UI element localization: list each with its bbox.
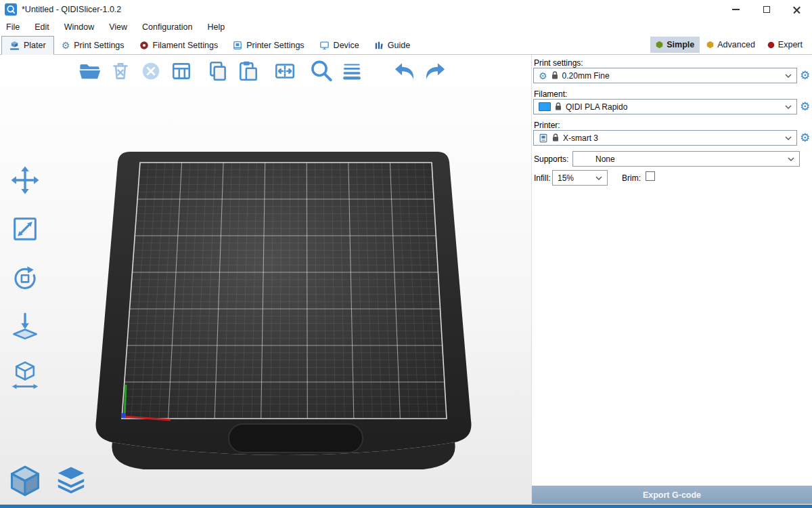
paste-button[interactable] [234, 57, 263, 85]
brim-label: Brim: [622, 173, 641, 183]
supports-combo[interactable]: None [572, 151, 800, 167]
view-3d-button[interactable] [5, 461, 45, 501]
tab-label: Printer Settings [246, 41, 304, 50]
menubar: File Edit Window View Configuration Help [0, 19, 812, 35]
variable-layer-height-button[interactable] [338, 57, 366, 85]
chevron-down-icon [785, 74, 792, 78]
filament-color-swatch [539, 102, 551, 111]
printer-gear-button[interactable]: ⚙ [798, 131, 811, 144]
redo-icon [423, 59, 447, 83]
filament-spool-icon [139, 41, 149, 50]
arrange-icon [170, 60, 193, 83]
delete-button[interactable] [106, 57, 135, 85]
delete-all-icon [139, 60, 162, 83]
tab-label: Filament Settings [153, 41, 219, 50]
app-window: *Untitled - QIDISlicer-1.0.2 File Edit W… [0, 0, 812, 508]
undo-button[interactable] [390, 57, 419, 85]
measure-tool-button[interactable] [7, 357, 43, 394]
chevron-down-icon [785, 136, 792, 140]
move-tool-button[interactable] [7, 162, 43, 198]
tab-label: Device [334, 41, 359, 50]
delete-all-button[interactable] [137, 57, 165, 85]
supports-value: None [595, 154, 615, 164]
menu-item-file[interactable]: File [6, 22, 20, 32]
minimize-icon [732, 9, 740, 10]
menu-item-edit[interactable]: Edit [35, 22, 49, 32]
arrange-button[interactable] [167, 57, 196, 85]
copy-button[interactable] [204, 57, 232, 85]
infill-value: 15% [558, 173, 574, 183]
mode-simple[interactable]: Simple [650, 37, 700, 53]
lock-icon [551, 71, 558, 80]
filament-gear-button[interactable]: ⚙ [798, 100, 811, 113]
view-toggles [5, 461, 91, 501]
tab-label: Guide [388, 41, 410, 50]
undo-icon [392, 59, 417, 83]
maximize-icon [763, 6, 770, 13]
mode-advanced[interactable]: Advanced [701, 37, 761, 53]
close-icon [792, 5, 801, 14]
print-settings-label: Print settings: [534, 58, 583, 68]
split-button[interactable] [271, 57, 299, 85]
minimize-button[interactable] [721, 0, 751, 19]
menu-item-help[interactable]: Help [207, 22, 225, 32]
advanced-mode-icon [706, 41, 714, 49]
filament-label: Filament: [534, 89, 567, 99]
app-logo-icon [5, 3, 17, 16]
menu-item-window[interactable]: Window [64, 22, 94, 32]
menu-item-configuration[interactable]: Configuration [142, 22, 192, 32]
export-gcode-button[interactable]: Export G-code [532, 486, 812, 504]
filament-combo[interactable]: QIDI PLA Rapido [533, 99, 797, 114]
brim-checkbox[interactable] [646, 171, 655, 181]
scale-tool-button[interactable] [7, 211, 43, 247]
redo-button[interactable] [421, 57, 449, 85]
axis-z-blue [121, 413, 126, 418]
gear-icon: ⚙ [62, 41, 70, 50]
mode-expert[interactable]: Expert [762, 37, 808, 53]
chevron-down-icon [595, 176, 602, 180]
printer-label: Printer: [534, 121, 560, 130]
copy-icon [206, 60, 229, 83]
printer-icon [539, 133, 548, 143]
view-layers-button[interactable] [51, 461, 91, 501]
printer-value: X-smart 3 [563, 133, 598, 143]
tab-plater[interactable]: Plater [1, 36, 54, 55]
place-on-face-icon [9, 311, 41, 342]
viewport-canvas[interactable] [0, 55, 531, 505]
tab-device[interactable]: Device [312, 36, 367, 54]
paste-icon [237, 60, 260, 83]
maximize-button[interactable] [751, 0, 782, 19]
print-settings-gear-button[interactable]: ⚙ [798, 69, 811, 82]
open-file-button[interactable] [76, 57, 104, 85]
tab-filament-settings[interactable]: Filament Settings [132, 36, 226, 54]
titlebar: *Untitled - QIDISlicer-1.0.2 [0, 0, 812, 19]
search-button[interactable] [307, 57, 336, 85]
infill-label: Infill: [534, 173, 551, 183]
menu-item-view[interactable]: View [109, 22, 127, 32]
place-on-face-tool-button[interactable] [7, 308, 43, 345]
supports-label: Supports: [534, 154, 568, 164]
tab-label: Plater [24, 41, 46, 50]
main-area: Print settings: ⚙ 0.20mm Fine ⚙ Filament… [0, 55, 812, 505]
guide-book-icon [374, 41, 384, 50]
plater-icon [9, 41, 20, 51]
expert-mode-icon [767, 41, 775, 49]
lock-icon [555, 102, 562, 111]
printer-combo[interactable]: X-smart 3 [533, 130, 797, 146]
scale-icon [9, 213, 41, 245]
measure-icon [9, 360, 41, 391]
rotate-tool-button[interactable] [7, 259, 43, 296]
trash-icon [109, 60, 132, 83]
settings-panel: Print settings: ⚙ 0.20mm Fine ⚙ Filament… [531, 55, 812, 505]
close-button[interactable] [782, 0, 812, 19]
tab-printer-settings[interactable]: Printer Settings [225, 36, 311, 54]
axis-y-green [125, 385, 126, 417]
printer-icon [233, 41, 242, 50]
print-settings-combo[interactable]: ⚙ 0.20mm Fine [533, 68, 797, 83]
tab-print-settings[interactable]: ⚙ Print Settings [54, 36, 132, 54]
open-folder-icon [78, 59, 102, 83]
window-title: *Untitled - QIDISlicer-1.0.2 [22, 5, 121, 14]
search-icon [309, 58, 334, 84]
infill-combo[interactable]: 15% [552, 170, 608, 186]
tab-guide[interactable]: Guide [367, 36, 418, 54]
